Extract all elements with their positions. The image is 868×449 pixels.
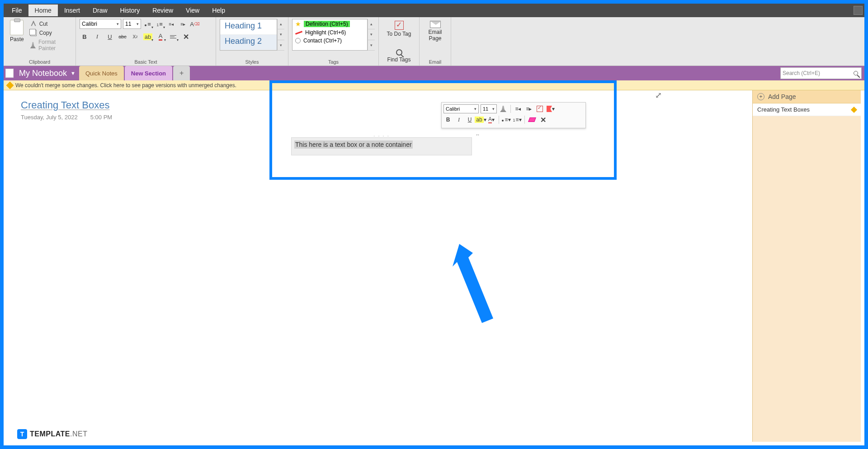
copy-button[interactable]: Copy: [28, 29, 72, 37]
strikethrough-button[interactable]: abc: [118, 32, 127, 42]
email-group-label: Email: [423, 58, 447, 65]
warning-diamond-icon: [6, 81, 14, 89]
font-color-button[interactable]: A▾: [156, 32, 165, 42]
search-input[interactable]: Search (Ctrl+E): [780, 67, 862, 79]
styles-expand[interactable]: ▾: [278, 40, 284, 51]
menu-bar: File Home Insert Draw History Review Vie…: [4, 4, 864, 17]
menu-draw[interactable]: Draw: [86, 5, 114, 16]
style-heading1[interactable]: Heading 1: [220, 19, 277, 35]
email-page-button[interactable]: Email Page: [423, 19, 447, 43]
bold-button[interactable]: B: [80, 32, 90, 42]
cut-button[interactable]: Cut: [28, 20, 72, 28]
menu-insert[interactable]: Insert: [58, 5, 86, 16]
find-tags-button[interactable]: Find Tags: [382, 47, 415, 65]
add-page-button[interactable]: + Add Page: [753, 90, 861, 103]
note-container[interactable]: . . . . ↔ This here is a text box or a n…: [291, 132, 472, 155]
styles-scroll-up[interactable]: ▴: [278, 19, 284, 29]
eraser-icon: [528, 117, 536, 122]
font-name-dropdown[interactable]: Calibri▾: [80, 19, 121, 29]
annotation-overlay: [269, 80, 617, 180]
tag-item-definition[interactable]: ★Definition (Ctrl+5): [292, 19, 367, 28]
page-list-item[interactable]: Creating Text Boxes: [753, 103, 861, 116]
paste-button[interactable]: Paste: [7, 19, 27, 52]
font-size-dropdown[interactable]: 11▾: [123, 19, 141, 29]
notebook-title: My Notebook: [19, 69, 67, 78]
underline-button[interactable]: U: [105, 32, 115, 42]
tab-new-section[interactable]: New Section: [125, 66, 172, 80]
mini-delete[interactable]: ✕: [538, 115, 547, 124]
notebook-dropdown[interactable]: My Notebook▼: [16, 69, 78, 78]
increase-indent-button[interactable]: ≡▸: [178, 19, 188, 29]
page-canvas[interactable]: Creating Text Boxes Tuesday, July 5, 202…: [7, 90, 752, 442]
note-text[interactable]: This here is a text box or a note contai…: [294, 140, 413, 149]
merge-warning-bar[interactable]: We couldn't merge some changes. Click he…: [4, 80, 864, 90]
mini-indent[interactable]: ≡▸: [524, 104, 533, 113]
style-heading2[interactable]: Heading 2: [220, 35, 277, 50]
search-icon: [852, 70, 859, 77]
menu-home[interactable]: Home: [28, 5, 58, 16]
tag-item-contact[interactable]: Contact (Ctrl+7): [292, 37, 367, 45]
checkbox-icon: [537, 106, 543, 112]
numbering-button[interactable]: ≡▾: [155, 19, 165, 29]
mini-underline[interactable]: U: [465, 115, 474, 124]
menu-review[interactable]: Review: [146, 5, 179, 16]
menu-help[interactable]: Help: [206, 5, 231, 16]
brush-icon: [500, 106, 506, 112]
format-painter-label: Format Painter: [38, 39, 70, 51]
note-body[interactable]: This here is a text box or a note contai…: [291, 137, 472, 155]
mini-size-dropdown[interactable]: 11▾: [481, 104, 497, 113]
align-button[interactable]: ▾: [168, 32, 178, 42]
italic-button[interactable]: I: [92, 32, 102, 42]
mini-bold[interactable]: B: [443, 115, 453, 124]
menu-file[interactable]: File: [5, 5, 28, 16]
mini-font-dropdown[interactable]: Calibri▾: [443, 104, 479, 113]
expand-icon[interactable]: ⤢: [655, 90, 662, 100]
cut-label: Cut: [39, 21, 48, 27]
note-move-handle[interactable]: . . . .: [291, 132, 472, 137]
tab-quick-notes[interactable]: Quick Notes: [79, 66, 124, 80]
styles-scroll-down[interactable]: ▾: [278, 29, 284, 40]
font-size-value: 11: [125, 21, 131, 27]
menu-view[interactable]: View: [179, 5, 206, 16]
basic-text-group-label: Basic Text: [80, 58, 212, 65]
note-resize-handle[interactable]: ↔: [475, 132, 480, 137]
tags-expand[interactable]: ▾: [368, 40, 375, 51]
mini-todo[interactable]: [535, 104, 544, 113]
page-title[interactable]: Creating Text Boxes: [21, 99, 739, 111]
bullets-button[interactable]: ≡▾: [143, 19, 153, 29]
decrease-indent-button[interactable]: ≡◂: [166, 19, 176, 29]
tags-scroll-down[interactable]: ▾: [368, 29, 375, 40]
warning-diamond-icon: [851, 106, 857, 112]
clear-formatting-button[interactable]: A⌫: [190, 19, 200, 29]
menu-history[interactable]: History: [114, 5, 146, 16]
mini-flag[interactable]: ▾: [546, 104, 555, 113]
mini-numbering[interactable]: ≡▾: [513, 115, 522, 124]
highlight-button[interactable]: ab▾: [143, 32, 153, 42]
tag-item-highlight[interactable]: Highlight (Ctrl+6): [292, 28, 367, 37]
styles-scroll: ▴ ▾ ▾: [277, 19, 284, 51]
mini-bullets[interactable]: ≡▾: [502, 115, 511, 124]
mini-italic[interactable]: I: [454, 115, 463, 124]
mini-eraser[interactable]: [528, 115, 537, 124]
tags-scroll: ▴ ▾ ▾: [368, 19, 375, 51]
todo-tag-button[interactable]: To Do Tag: [382, 19, 415, 39]
tab-add-section[interactable]: +: [173, 66, 190, 80]
watermark-text: TEMPLATE.NET: [30, 430, 87, 438]
mini-font-color[interactable]: A▾: [487, 115, 496, 124]
mini-format-painter[interactable]: [499, 104, 508, 113]
delete-button[interactable]: ✕: [181, 32, 191, 42]
find-tags-label: Find Tags: [387, 56, 411, 63]
brush-icon: [30, 42, 36, 48]
merge-warning-text: We couldn't merge some changes. Click he…: [15, 82, 236, 89]
paste-label: Paste: [10, 36, 24, 42]
chevron-down-icon: ▾: [492, 107, 495, 111]
window-control-icon[interactable]: [854, 6, 863, 15]
separator: [510, 105, 511, 113]
format-painter-button[interactable]: Format Painter: [28, 38, 72, 52]
mini-outdent[interactable]: ≡◂: [514, 104, 523, 113]
ribbon-group-basic-text: Calibri▾ 11▾ ≡▾ ≡▾ ≡◂ ≡▸ A⌫ B I U abc X2…: [76, 17, 216, 65]
mini-highlight[interactable]: ab▾: [476, 115, 485, 124]
tags-scroll-up[interactable]: ▴: [368, 19, 375, 29]
notebook-icon[interactable]: [5, 69, 14, 78]
subscript-button[interactable]: X2: [130, 32, 140, 42]
